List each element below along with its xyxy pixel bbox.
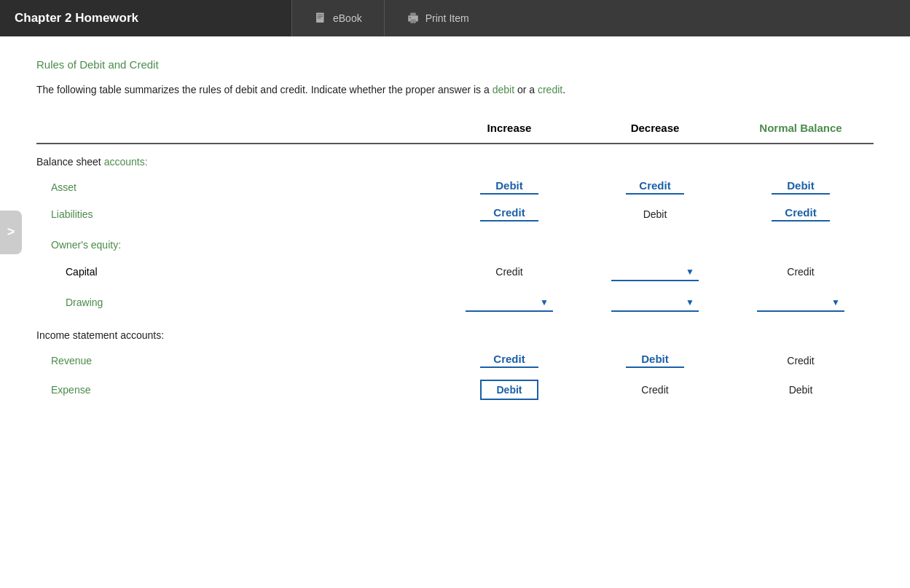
revenue-increase-value: Credit xyxy=(480,353,538,368)
revenue-normal-value: Credit xyxy=(772,355,830,366)
asset-row: Asset Debit Credit Debit xyxy=(36,173,874,200)
asset-decrease-value: Credit xyxy=(626,179,684,195)
print-icon xyxy=(407,12,420,25)
asset-increase-cell: Debit xyxy=(436,173,582,200)
liabilities-normal-value: Credit xyxy=(772,206,830,222)
ebook-tab[interactable]: eBook xyxy=(291,0,384,36)
revenue-decrease-cell: Debit xyxy=(582,347,728,374)
balance-sheet-row: Balance sheet accounts: xyxy=(36,144,874,173)
liabilities-increase-cell: Credit xyxy=(436,200,582,227)
capital-normal-cell: Credit xyxy=(728,256,874,287)
drawing-increase-cell[interactable]: Debit Credit ▼ xyxy=(436,287,582,318)
income-statement-row: Income statement accounts: xyxy=(36,318,874,347)
capital-increase-cell: Credit xyxy=(436,256,582,287)
capital-row: Capital Credit Debit Credit ▼ xyxy=(36,256,874,287)
capital-decrease-cell[interactable]: Debit Credit ▼ xyxy=(582,256,728,287)
drawing-normal-dropdown[interactable]: Debit Credit ▼ xyxy=(757,293,844,312)
capital-normal-value: Credit xyxy=(772,266,830,278)
drawing-normal-select[interactable]: Debit Credit xyxy=(757,293,844,312)
capital-label: Capital xyxy=(36,256,436,287)
revenue-row: Revenue Credit Debit Credit xyxy=(36,347,874,374)
revenue-label: Revenue xyxy=(36,347,436,374)
asset-decrease-cell: Credit xyxy=(582,173,728,200)
asset-normal-cell: Debit xyxy=(728,173,874,200)
liabilities-normal-cell: Credit xyxy=(728,200,874,227)
expense-decrease-cell: Credit xyxy=(582,374,728,406)
col-header-normal-balance: Normal Balance xyxy=(728,116,874,144)
revenue-normal-cell: Credit xyxy=(728,347,874,374)
col-header-increase: Increase xyxy=(436,116,582,144)
expense-decrease-value: Credit xyxy=(626,384,684,396)
expense-row: Expense Debit Credit Debit xyxy=(36,374,874,406)
owners-equity-row: Owner's equity: xyxy=(36,227,874,256)
capital-increase-value: Credit xyxy=(480,266,538,278)
liabilities-label: Liabilities xyxy=(36,200,436,227)
print-tab[interactable]: Print Item xyxy=(384,0,491,36)
ebook-icon xyxy=(314,12,327,25)
drawing-decrease-dropdown[interactable]: Debit Credit ▼ xyxy=(611,293,699,312)
drawing-label: Drawing xyxy=(36,287,436,318)
debit-link[interactable]: debit xyxy=(493,84,514,95)
liabilities-decrease-value: Debit xyxy=(626,208,684,220)
top-navigation: Chapter 2 Homework eBook Print Item xyxy=(0,0,910,36)
expense-normal-cell: Debit xyxy=(728,374,874,406)
drawing-increase-select[interactable]: Debit Credit xyxy=(466,293,553,312)
asset-increase-value: Debit xyxy=(480,179,538,195)
drawing-decrease-select[interactable]: Debit Credit xyxy=(611,293,699,312)
drawing-decrease-cell[interactable]: Debit Credit ▼ xyxy=(582,287,728,318)
credit-link[interactable]: credit xyxy=(538,84,562,95)
section-title: Rules of Debit and Credit xyxy=(36,58,874,71)
svg-rect-3 xyxy=(318,17,321,18)
expense-normal-value: Debit xyxy=(772,384,830,396)
main-content: Rules of Debit and Credit The following … xyxy=(0,36,910,428)
col-header-decrease: Decrease xyxy=(582,116,728,144)
drawing-row: Drawing Debit Credit ▼ xyxy=(36,287,874,318)
liabilities-increase-value: Credit xyxy=(480,206,538,222)
svg-rect-2 xyxy=(318,16,323,17)
liabilities-row: Liabilities Credit Debit Credit xyxy=(36,200,874,227)
revenue-decrease-value: Debit xyxy=(626,353,684,368)
asset-normal-value: Debit xyxy=(772,179,830,195)
svg-rect-7 xyxy=(409,17,410,19)
page-title: Chapter 2 Homework xyxy=(0,0,291,36)
capital-decrease-select[interactable]: Debit Credit xyxy=(611,262,699,281)
asset-label: Asset xyxy=(36,173,436,200)
capital-decrease-dropdown[interactable]: Debit Credit ▼ xyxy=(611,262,699,281)
expense-label: Expense xyxy=(36,374,436,406)
col-header-empty xyxy=(36,116,436,144)
ebook-label: eBook xyxy=(333,12,362,24)
svg-rect-5 xyxy=(410,13,416,17)
drawing-increase-dropdown[interactable]: Debit Credit ▼ xyxy=(466,293,553,312)
drawing-normal-cell[interactable]: Debit Credit ▼ xyxy=(728,287,874,318)
revenue-increase-cell: Credit xyxy=(436,347,582,374)
svg-rect-6 xyxy=(410,20,416,23)
expense-increase-value: Debit xyxy=(480,380,538,400)
rules-table: Increase Decrease Normal Balance Balance… xyxy=(36,116,874,406)
liabilities-decrease-cell: Debit xyxy=(582,200,728,227)
svg-rect-1 xyxy=(318,15,323,15)
title-text: Chapter 2 Homework xyxy=(15,11,138,26)
intro-paragraph: The following table summarizes the rules… xyxy=(36,82,874,98)
print-label: Print Item xyxy=(425,12,469,24)
expense-increase-cell: Debit xyxy=(436,374,582,406)
